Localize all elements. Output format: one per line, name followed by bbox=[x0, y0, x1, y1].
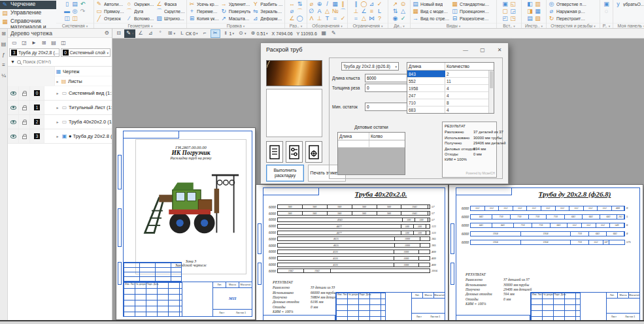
ribbon-group-label[interactable]: Вст..▾ bbox=[497, 23, 521, 28]
eye-icon[interactable] bbox=[10, 106, 16, 110]
ribbon-button[interactable]: ▦Стандартные виды с модели.. bbox=[451, 1, 490, 8]
ribbon-icon[interactable]: № bbox=[331, 8, 339, 15]
eye-icon[interactable] bbox=[10, 91, 16, 95]
gear-icon[interactable]: ⚙ bbox=[105, 30, 109, 36]
ribbon-group-label[interactable]: Отверстия и резьбы▾ bbox=[547, 23, 600, 28]
visibility-cell[interactable] bbox=[8, 129, 19, 143]
ribbon-button[interactable]: ╱Отрезок bbox=[95, 15, 125, 22]
ribbon-icon[interactable]: ↔ bbox=[288, 1, 296, 8]
ribbon-icon[interactable]: ▯ bbox=[63, 1, 71, 8]
visibility-cell[interactable] bbox=[8, 86, 19, 100]
ribbon-button[interactable]: ↻Перестроить отверстия и из.. bbox=[548, 15, 586, 22]
panel-switch-icon[interactable]: ▤ bbox=[1, 41, 7, 48]
window-layout-icon[interactable]: ⊟ bbox=[114, 29, 123, 38]
ribbon-button[interactable]: ▨Штриховка bbox=[156, 15, 185, 22]
ribbon-group-label[interactable]: Р..▾ bbox=[600, 23, 613, 28]
ribbon-icon[interactable]: ⌀ bbox=[308, 1, 315, 8]
lock-icon[interactable] bbox=[22, 107, 27, 110]
zoom-mode-dropdown[interactable]: ⊙▾ bbox=[237, 29, 248, 38]
ribbon-button[interactable]: yубратьОформ.. bbox=[615, 1, 644, 8]
ribbon-icon[interactable]: ⋈ bbox=[368, 15, 375, 22]
ribbon-tab[interactable]: ✎Черчение bbox=[0, 1, 56, 9]
snap-icon[interactable]: ⊿ bbox=[146, 29, 155, 38]
column-header[interactable]: Колво bbox=[369, 133, 405, 140]
ortho-mode-button[interactable]: ✂ bbox=[211, 29, 220, 38]
ribbon-icon[interactable]: ◰ bbox=[501, 15, 509, 22]
minimize-button[interactable]: — bbox=[457, 43, 474, 56]
ribbon-icon[interactable]: ∥ bbox=[352, 1, 360, 8]
scrollbar-thumb[interactable] bbox=[490, 71, 493, 88]
ribbon-icon[interactable]: ▥ bbox=[534, 1, 541, 8]
ribbon-icon[interactable]: ◱ bbox=[509, 1, 517, 8]
offcut-listbox[interactable] bbox=[266, 89, 322, 137]
panel-switch-icon[interactable]: ⊞ bbox=[1, 31, 7, 37]
ribbon-icon[interactable]: △ bbox=[324, 8, 331, 15]
expander-icon[interactable]: ▸ bbox=[55, 91, 60, 95]
close-button[interactable]: ✕ bbox=[491, 43, 508, 56]
zoom-value-dropdown[interactable]: ⊕0.51▾ bbox=[248, 29, 269, 38]
eye-icon[interactable] bbox=[10, 120, 16, 124]
maximize-button[interactable]: ▢ bbox=[474, 43, 491, 56]
filter-icon[interactable]: ▼ bbox=[10, 59, 15, 64]
expander-icon[interactable]: ▸ bbox=[55, 134, 60, 138]
ribbon-icon[interactable]: ◉ bbox=[392, 15, 399, 22]
ribbon-icon[interactable]: ◨ bbox=[526, 8, 534, 15]
ribbon-tab[interactable]: ▤Управление bbox=[0, 9, 56, 18]
ribbon-group-label[interactable]: Ограничения▾ bbox=[348, 23, 388, 28]
tree-item-sheets[interactable]: ▸ ▤ Листы bbox=[8, 76, 112, 86]
ribbon-button[interactable]: ⊿Деформация перемещением bbox=[252, 15, 283, 22]
ribbon-group-label[interactable]: Геометрия▾ bbox=[94, 23, 186, 28]
sheet-pipe-du20[interactable]: Труба ду 20х2.8 (ф26.8) 6000552552552552… bbox=[449, 185, 643, 323]
angle-icon[interactable]: ° bbox=[156, 29, 165, 38]
ribbon-group-label[interactable]: Раз..▾ bbox=[285, 23, 307, 28]
ribbon-button[interactable]: ⌒Скругление bbox=[156, 8, 185, 15]
grid-button[interactable]: ⊞▾ bbox=[166, 29, 177, 38]
ribbon-icon[interactable]: ◫ bbox=[71, 15, 78, 22]
ribbon-icon[interactable]: ◳ bbox=[509, 15, 517, 22]
ribbon-icon[interactable]: ⊥ bbox=[352, 8, 360, 15]
ribbon-icon[interactable]: / bbox=[324, 1, 331, 8]
lock-icon[interactable] bbox=[22, 122, 27, 125]
ribbon-icon[interactable]: ▦ bbox=[534, 8, 541, 15]
ribbon-button[interactable]: +Переместить по координатам bbox=[188, 8, 220, 15]
ribbon-icon[interactable]: ↶ bbox=[79, 1, 86, 8]
ribbon-icon[interactable]: ⊿ bbox=[368, 1, 375, 8]
dialog-titlebar[interactable]: Раскрой труб — ▢ ✕ bbox=[261, 43, 508, 56]
ribbon-icon[interactable]: ◌ bbox=[603, 8, 610, 15]
ribbon-icon[interactable]: ▣ bbox=[603, 1, 610, 8]
column-header[interactable]: Длина bbox=[338, 133, 369, 140]
ribbon-icon[interactable]: ▬ bbox=[63, 8, 71, 15]
ribbon-icon[interactable]: ◯ bbox=[296, 15, 303, 22]
column-header[interactable]: Длина bbox=[407, 63, 445, 70]
ribbon-icon[interactable]: ✓ bbox=[339, 15, 347, 22]
ribbon-group-label[interactable]: Виды▾ bbox=[411, 23, 496, 28]
settings-sliders-button[interactable] bbox=[286, 141, 303, 163]
column-header[interactable]: Количество bbox=[445, 63, 494, 70]
ribbon-button[interactable]: ✂Усечь кривую bbox=[188, 1, 220, 8]
tree-toolbar-icon[interactable]: ► bbox=[31, 40, 37, 46]
ribbon-button[interactable]: ⌀Наружная резьба bbox=[548, 8, 586, 15]
ribbon-button[interactable]: ▦Вид с модели.. bbox=[412, 8, 450, 15]
tree-toolbar-icon[interactable]: ▭ bbox=[11, 40, 18, 46]
ribbon-button[interactable]: ▤Новый вид bbox=[412, 1, 450, 8]
ribbon-icon[interactable]: = bbox=[352, 15, 360, 22]
snap-angle-icon[interactable]: ∠ bbox=[137, 29, 145, 38]
panel-switch-icon[interactable]: ≡ bbox=[1, 62, 7, 69]
ribbon-icon[interactable]: ≡ bbox=[368, 8, 375, 15]
ribbon-icon[interactable]: ◧ bbox=[526, 1, 534, 8]
lengths-table[interactable]: ДлинаКоличество8432552111958424747108683… bbox=[407, 62, 494, 114]
scrollbar[interactable] bbox=[488, 71, 494, 113]
ribbon-button[interactable]: →Удлинить до ближайшего о.. bbox=[220, 1, 252, 8]
ribbon-icon[interactable]: ∅ bbox=[308, 8, 315, 15]
panel-switch-icon[interactable]: ƒ bbox=[1, 52, 7, 58]
table-row[interactable]: 19584 bbox=[407, 85, 494, 92]
table-row[interactable] bbox=[338, 140, 405, 148]
ribbon-icon[interactable]: ↗ bbox=[392, 1, 399, 8]
ribbon-icon[interactable]: ⇅ bbox=[392, 8, 399, 15]
offcuts-table[interactable]: ДлинаКолво bbox=[337, 132, 405, 175]
lock-icon[interactable] bbox=[22, 93, 27, 96]
cursor-y[interactable]: Y 11093.6 bbox=[296, 29, 318, 38]
current-layer-dropdown[interactable]: 0 Системный слой ▾ bbox=[61, 48, 111, 57]
ribbon-icon[interactable]: △ bbox=[399, 8, 407, 15]
ribbon-icon[interactable]: ⊙ bbox=[399, 1, 407, 8]
